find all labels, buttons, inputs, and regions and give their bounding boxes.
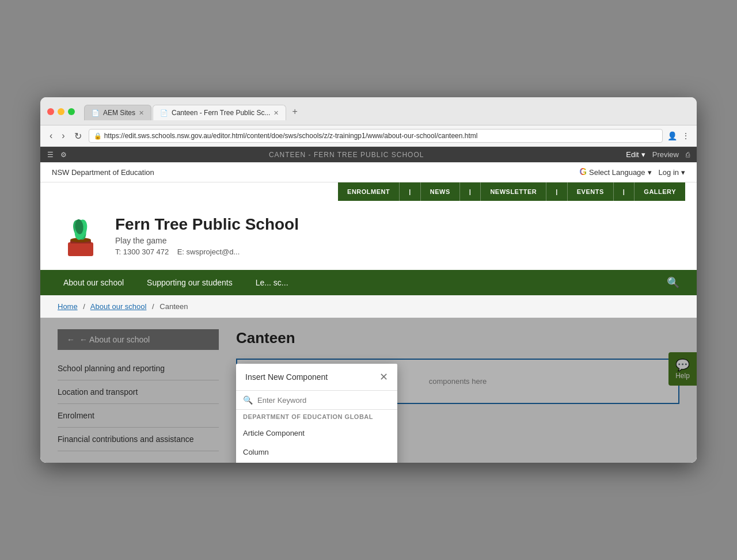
edit-mode-btn[interactable]: Edit ▾ <box>626 150 645 159</box>
main-nav: About our school Supporting our students… <box>40 270 697 295</box>
breadcrumb: Home / About our school / Canteen <box>40 295 697 318</box>
aem-toolbar-title: CANTEEN - FERN TREE PUBLIC SCHOOL <box>269 151 424 159</box>
preview-mode-btn[interactable]: Preview <box>652 150 679 159</box>
modal-search-input[interactable] <box>257 396 390 405</box>
top-nav-separator-2: | <box>460 182 481 201</box>
department-name: NSW Department of Education <box>52 168 154 177</box>
school-info: Fern Tree Public School Play the game T:… <box>115 215 299 256</box>
page-layout: ← ← About our school School planning and… <box>40 318 697 463</box>
breadcrumb-sep-2: / <box>152 302 154 311</box>
top-nav-separator-4: | <box>614 182 635 201</box>
refresh-btn[interactable]: ↻ <box>72 129 84 143</box>
browser-actions: 👤 ⋮ <box>667 131 690 140</box>
title-bar: 📄 AEM Sites ✕ 📄 Canteen - Fern Tree Publ… <box>40 97 697 125</box>
top-nav-events[interactable]: EVENTS <box>568 182 614 201</box>
school-header: Fern Tree Public School Play the game T:… <box>40 201 697 270</box>
select-language-label: Select Language <box>589 168 645 177</box>
top-nav-separator-1: | <box>400 182 421 201</box>
modal-item-article[interactable]: Article Component <box>236 424 397 443</box>
maximize-window-btn[interactable] <box>68 108 75 115</box>
main-nav-learning[interactable]: Le... sc... <box>244 270 300 295</box>
new-tab-btn[interactable]: + <box>287 103 302 120</box>
school-name: Fern Tree Public School <box>115 215 299 234</box>
top-nav-enrolment[interactable]: ENROLMENT <box>338 182 400 201</box>
select-language-btn[interactable]: G Select Language ▾ <box>580 167 652 177</box>
sidebar-toggle-icon[interactable]: ☰ <box>47 151 54 159</box>
edit-btn-label: Edit <box>626 150 639 159</box>
menu-icon[interactable]: ⋮ <box>682 131 690 140</box>
profile-icon[interactable]: 👤 <box>667 131 677 140</box>
aem-toolbar: ☰ ⚙ CANTEEN - FERN TREE PUBLIC SCHOOL Ed… <box>40 147 697 162</box>
school-phone: T: 1300 307 472 <box>115 247 169 256</box>
top-nav-bar: ENROLMENT | NEWS | NEWSLETTER | EVENTS |… <box>40 182 697 201</box>
url-bar[interactable]: 🔒 https://edit.sws.schools.nsw.gov.au/ed… <box>89 129 663 143</box>
tab-close-aem[interactable]: ✕ <box>139 109 144 117</box>
traffic-lights <box>47 108 75 115</box>
top-nav-newsletter[interactable]: NEWSLETTER <box>481 182 546 201</box>
tab-close-canteen[interactable]: ✕ <box>273 109 279 117</box>
site-content: NSW Department of Education G Select Lan… <box>40 162 697 463</box>
login-chevron-icon: ▾ <box>681 168 685 177</box>
browser-tabs: 📄 AEM Sites ✕ 📄 Canteen - Fern Tree Publ… <box>84 103 302 120</box>
breadcrumb-home[interactable]: Home <box>58 302 78 311</box>
breadcrumb-current: Canteen <box>159 302 188 311</box>
breadcrumb-about[interactable]: About our school <box>90 302 147 311</box>
share-icon[interactable]: ⎙ <box>686 151 690 159</box>
main-nav-links: About our school Supporting our students… <box>52 270 300 295</box>
modal-search-icon: 🔍 <box>243 395 253 405</box>
modal-overlay[interactable]: Insert New Component ✕ 🔍 DEPARTMENT OF E… <box>40 318 697 463</box>
login-label: Log in <box>659 168 679 177</box>
utility-right: G Select Language ▾ Log in ▾ <box>580 167 685 177</box>
tab-label-aem: AEM Sites <box>103 109 135 117</box>
breadcrumb-sep-1: / <box>83 302 85 311</box>
school-logo <box>58 212 104 258</box>
school-tagline: Play the game <box>115 236 299 245</box>
modal-search-bar: 🔍 <box>236 391 397 410</box>
search-icon[interactable]: 🔍 <box>661 271 685 295</box>
modal-item-column[interactable]: Column <box>236 443 397 462</box>
modal-item-image[interactable]: Image <box>236 462 397 463</box>
aem-toolbar-right: Edit ▾ Preview ⎙ <box>626 150 690 159</box>
login-btn[interactable]: Log in ▾ <box>659 168 685 177</box>
minimize-window-btn[interactable] <box>58 108 64 115</box>
tab-icon-canteen: 📄 <box>160 109 168 117</box>
modal-title: Insert New Component <box>245 372 328 382</box>
edit-chevron-icon: ▾ <box>641 150 645 159</box>
tab-label-canteen: Canteen - Fern Tree Public Sc... <box>172 109 270 117</box>
forward-btn[interactable]: › <box>59 129 67 142</box>
insert-component-modal: Insert New Component ✕ 🔍 DEPARTMENT OF E… <box>236 364 397 463</box>
modal-section-label: DEPARTMENT OF EDUCATION GLOBAL <box>236 410 397 424</box>
top-nav-news[interactable]: NEWS <box>421 182 460 201</box>
main-nav-supporting[interactable]: Supporting our students <box>135 270 244 295</box>
top-nav-links: ENROLMENT | NEWS | NEWSLETTER | EVENTS |… <box>338 182 685 201</box>
url-text: https://edit.sws.schools.nsw.gov.au/edit… <box>104 132 478 140</box>
google-translate-icon: G <box>580 167 587 177</box>
svg-rect-0 <box>68 242 93 256</box>
tab-icon-aem: 📄 <box>92 109 100 117</box>
modal-header: Insert New Component ✕ <box>236 364 397 391</box>
lang-chevron-icon: ▾ <box>648 168 652 177</box>
settings-icon[interactable]: ⚙ <box>60 151 67 159</box>
address-bar: ‹ › ↻ 🔒 https://edit.sws.schools.nsw.gov… <box>40 125 697 147</box>
back-btn[interactable]: ‹ <box>47 129 55 142</box>
close-window-btn[interactable] <box>47 108 54 115</box>
browser-tab-aem[interactable]: 📄 AEM Sites ✕ <box>84 105 151 120</box>
top-nav-separator-3: | <box>546 182 568 201</box>
aem-toolbar-left: ☰ ⚙ <box>47 151 67 159</box>
school-email: E: swsproject@d... <box>177 247 240 256</box>
main-nav-about[interactable]: About our school <box>52 270 135 295</box>
browser-tab-canteen[interactable]: 📄 Canteen - Fern Tree Public Sc... ✕ <box>153 105 286 120</box>
school-contact: T: 1300 307 472 E: swsproject@d... <box>115 247 299 256</box>
modal-close-btn[interactable]: ✕ <box>379 371 388 383</box>
utility-bar: NSW Department of Education G Select Lan… <box>40 162 697 182</box>
top-nav-gallery[interactable]: GALLERY <box>635 182 685 201</box>
lock-icon: 🔒 <box>94 132 102 140</box>
